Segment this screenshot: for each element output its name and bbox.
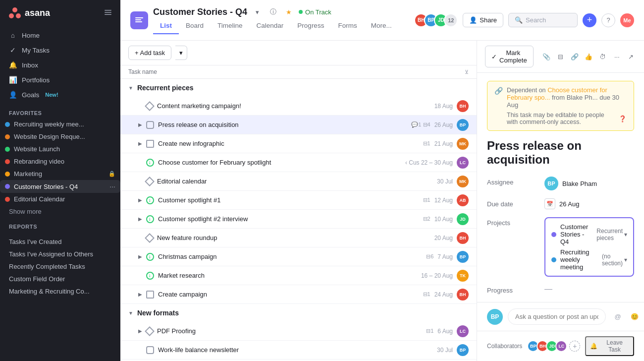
- section-new-formats[interactable]: ▼ New formats: [120, 304, 477, 322]
- mark-complete-button[interactable]: ✓ Mark Complete: [485, 46, 534, 67]
- sort-icon[interactable]: ⊻: [465, 69, 469, 75]
- expand-icon[interactable]: ▶: [136, 253, 144, 261]
- sidebar-favorite-rebranding[interactable]: Rebranding video: [0, 155, 120, 168]
- report-custom-field[interactable]: Custom Field Order: [0, 273, 120, 285]
- task-row[interactable]: Editorial calendar 30 Jul MK: [120, 172, 477, 191]
- task-row[interactable]: New feature roundup 20 Aug BH: [120, 229, 477, 247]
- sidebar-favorite-website-launch[interactable]: Website Launch: [0, 143, 120, 155]
- task-checkbox[interactable]: [145, 326, 155, 336]
- sidebar-item-label: Website Launch: [14, 145, 60, 153]
- add-task-button[interactable]: + Add task: [128, 46, 171, 60]
- task-row[interactable]: ▶ Create campaign ⊟1 24 Aug BH: [120, 285, 477, 304]
- avatar: TK: [457, 270, 469, 282]
- task-row[interactable]: ▶ Christmas campaign ⊟6 7 Aug BP: [120, 247, 477, 266]
- leave-task-button[interactable]: 🔔 Leave Task: [585, 336, 634, 356]
- show-more-link[interactable]: Show more: [0, 205, 120, 218]
- task-row[interactable]: Content marketing campaign! 18 Aug BH: [120, 97, 477, 116]
- tab-calendar[interactable]: Calendar: [250, 18, 291, 34]
- section-recurrent[interactable]: ▼ Recurrent pieces: [120, 79, 477, 97]
- chevron-down-icon[interactable]: ▾: [251, 6, 263, 18]
- at-mention-button[interactable]: @: [611, 310, 625, 324]
- expand-icon[interactable]: ▶: [136, 327, 144, 335]
- add-button[interactable]: +: [583, 13, 596, 27]
- sidebar-item-home[interactable]: ⌂ Home: [4, 28, 116, 43]
- sidebar-item-portfolios[interactable]: 📊 Portfolios: [4, 72, 116, 87]
- tab-timeline[interactable]: Timeline: [211, 18, 250, 34]
- sidebar-toggle[interactable]: [104, 8, 112, 18]
- task-checkbox[interactable]: [146, 196, 154, 204]
- report-marketing-recruiting[interactable]: Marketing & Recruiting Co...: [0, 285, 120, 298]
- task-row[interactable]: ▶ Press release on acquisition 💬1 ⊟4 26 …: [120, 116, 477, 134]
- task-row[interactable]: ▶ Customer spotlight #1 ⊟1 12 Aug AB: [120, 191, 477, 210]
- search-bar[interactable]: 🔍 Search: [508, 13, 578, 27]
- expand-icon: [136, 234, 144, 242]
- task-row[interactable]: Work-life balance newsletter 30 Jul BP: [120, 341, 477, 360]
- close-panel-button[interactable]: ↗: [626, 49, 636, 64]
- like-button[interactable]: 👍: [584, 49, 593, 64]
- dot-icon: [5, 122, 10, 127]
- task-date: 6 Aug: [437, 328, 453, 335]
- tab-forms[interactable]: Forms: [331, 18, 364, 34]
- sidebar-item-inbox[interactable]: 🔔 Inbox: [4, 58, 116, 72]
- more-button[interactable]: ···: [612, 49, 622, 64]
- info-icon[interactable]: ⓘ: [267, 6, 279, 18]
- asana-logo[interactable]: asana: [8, 6, 50, 20]
- attachment-button[interactable]: 📎: [541, 49, 551, 64]
- task-row[interactable]: ▶ Create new infographic ⊟1 21 Aug MK: [120, 134, 477, 153]
- sidebar-item-goals[interactable]: 👤 Goals New!: [4, 87, 116, 102]
- task-row[interactable]: ▶ PDF Proofing ⊟1 6 Aug LC: [120, 322, 477, 341]
- more-options-icon[interactable]: ···: [109, 182, 115, 190]
- subtask-button[interactable]: ⊟: [555, 49, 565, 64]
- task-checkbox[interactable]: [146, 121, 154, 129]
- task-checkbox[interactable]: [146, 291, 154, 299]
- expand-icon[interactable]: ▶: [136, 196, 144, 204]
- task-checkbox[interactable]: [145, 101, 155, 111]
- task-checkbox[interactable]: [146, 346, 154, 354]
- share-button[interactable]: 👤 Share: [463, 13, 503, 27]
- task-checkbox[interactable]: [145, 233, 155, 243]
- progress-value[interactable]: —: [544, 285, 634, 294]
- add-task-dropdown[interactable]: ▾: [175, 46, 187, 60]
- task-checkbox[interactable]: [146, 253, 154, 261]
- due-date-value[interactable]: 📅 26 Aug: [544, 198, 634, 209]
- expand-icon[interactable]: ▶: [136, 215, 144, 223]
- sidebar-favorite-editorial[interactable]: Editorial Calendar: [0, 193, 120, 205]
- task-row[interactable]: Market research 16 – 20 Aug TK: [120, 266, 477, 285]
- dot-icon: [5, 172, 10, 177]
- sidebar-favorite-marketing[interactable]: Marketing 🔒: [0, 168, 120, 180]
- task-checkbox[interactable]: [146, 140, 154, 148]
- tab-board[interactable]: Board: [179, 18, 211, 34]
- add-collaborator-button[interactable]: +: [569, 341, 580, 352]
- star-icon[interactable]: ★: [283, 6, 295, 18]
- expand-icon: [136, 102, 144, 110]
- link-button[interactable]: 🔗: [570, 49, 580, 64]
- report-tasks-created[interactable]: Tasks I've Created: [0, 236, 120, 248]
- task-row[interactable]: Choose customer for February spotlight ‹…: [120, 153, 477, 172]
- expand-icon[interactable]: ▶: [136, 121, 144, 129]
- task-checkbox[interactable]: [146, 159, 154, 167]
- task-row[interactable]: ▶ Customer spotlight #2 interview ⊟2 10 …: [120, 210, 477, 229]
- expand-icon[interactable]: ▶: [136, 291, 144, 299]
- tab-progress[interactable]: Progress: [290, 18, 331, 34]
- comment-input[interactable]: [508, 308, 606, 325]
- task-checkbox[interactable]: [145, 177, 155, 186]
- assignee-value[interactable]: BP Blake Pham: [544, 177, 634, 190]
- user-avatar[interactable]: Me: [620, 13, 634, 27]
- help-button[interactable]: ?: [601, 13, 615, 27]
- sidebar-favorite-recruiting[interactable]: Recruiting weekly mee...: [0, 118, 120, 130]
- emoji-button[interactable]: 😊: [628, 310, 642, 324]
- expand-icon[interactable]: ▶: [136, 140, 144, 148]
- sidebar-item-my-tasks[interactable]: ✓ My Tasks: [4, 43, 116, 58]
- report-recently-completed[interactable]: Recently Completed Tasks: [0, 260, 120, 273]
- task-checkbox[interactable]: [146, 215, 154, 223]
- svg-point-1: [9, 13, 14, 18]
- report-tasks-assigned[interactable]: Tasks I've Assigned to Others: [0, 248, 120, 260]
- tab-list[interactable]: List: [153, 18, 179, 34]
- tab-more[interactable]: More...: [364, 18, 399, 34]
- task-checkbox[interactable]: [146, 272, 154, 280]
- projects-box[interactable]: Customer Stories - Q4 Recurrent pieces ▾…: [544, 217, 634, 277]
- sidebar-favorite-customer-stories[interactable]: Customer Stories - Q4 ···: [0, 180, 120, 193]
- timer-button[interactable]: ⏱: [598, 49, 608, 64]
- sidebar-favorite-website-design[interactable]: Website Design Reque...: [0, 130, 120, 143]
- sidebar-item-label: Goals: [22, 91, 39, 99]
